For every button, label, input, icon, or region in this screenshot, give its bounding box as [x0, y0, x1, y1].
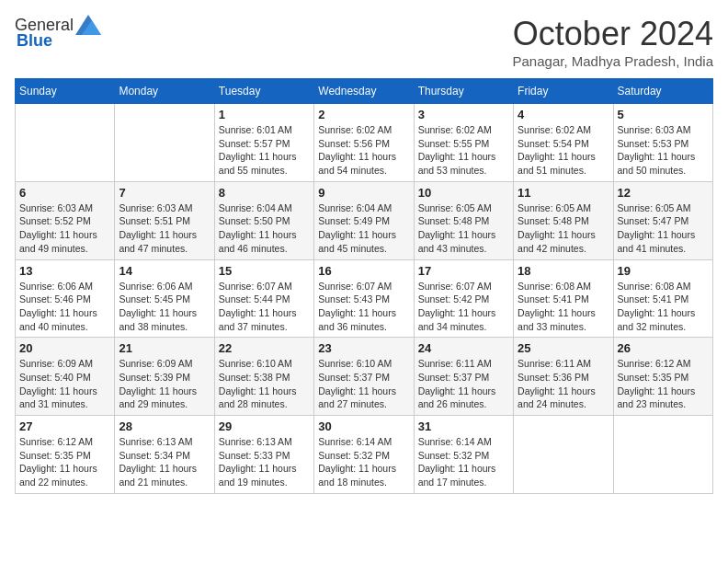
calendar-cell: 23Sunrise: 6:10 AMSunset: 5:37 PMDayligh…: [314, 338, 414, 416]
day-number: 28: [119, 419, 210, 433]
calendar-cell: 29Sunrise: 6:13 AMSunset: 5:33 PMDayligh…: [214, 416, 313, 494]
day-info: Sunrise: 6:12 AMSunset: 5:35 PMDaylight:…: [19, 435, 110, 489]
day-number: 4: [518, 108, 609, 121]
day-number: 6: [19, 186, 110, 200]
calendar-cell: [115, 104, 214, 182]
day-info: Sunrise: 6:03 AMSunset: 5:52 PMDaylight:…: [19, 201, 110, 256]
weekday-header-sunday: Sunday: [16, 79, 115, 104]
calendar-cell: 24Sunrise: 6:11 AMSunset: 5:37 PMDayligh…: [414, 338, 513, 416]
weekday-header-wednesday: Wednesday: [314, 79, 414, 104]
calendar-cell: 5Sunrise: 6:03 AMSunset: 5:53 PMDaylight…: [613, 104, 712, 182]
weekday-header-monday: Monday: [115, 79, 214, 104]
title-block: October 2024 Panagar, Madhya Pradesh, In…: [513, 15, 713, 69]
day-number: 27: [19, 419, 110, 433]
day-info: Sunrise: 6:13 AMSunset: 5:33 PMDaylight:…: [219, 435, 310, 489]
calendar-cell: 26Sunrise: 6:12 AMSunset: 5:35 PMDayligh…: [613, 338, 712, 416]
calendar-cell: 6Sunrise: 6:03 AMSunset: 5:52 PMDaylight…: [16, 181, 115, 259]
weekday-header-saturday: Saturday: [613, 79, 712, 104]
day-number: 17: [418, 264, 509, 278]
day-number: 1: [219, 108, 310, 121]
day-number: 21: [119, 341, 210, 355]
day-info: Sunrise: 6:14 AMSunset: 5:32 PMDaylight:…: [418, 435, 509, 489]
day-info: Sunrise: 6:05 AMSunset: 5:47 PMDaylight:…: [618, 201, 709, 256]
calendar-cell: 12Sunrise: 6:05 AMSunset: 5:47 PMDayligh…: [613, 181, 712, 259]
day-info: Sunrise: 6:13 AMSunset: 5:34 PMDaylight:…: [119, 435, 210, 489]
logo-icon: [75, 15, 101, 35]
calendar-cell: 16Sunrise: 6:07 AMSunset: 5:43 PMDayligh…: [314, 259, 414, 338]
day-info: Sunrise: 6:04 AMSunset: 5:49 PMDaylight:…: [318, 201, 409, 256]
day-number: 31: [418, 419, 509, 433]
day-number: 12: [618, 186, 709, 200]
day-info: Sunrise: 6:07 AMSunset: 5:44 PMDaylight:…: [219, 280, 310, 334]
calendar-cell: 13Sunrise: 6:06 AMSunset: 5:46 PMDayligh…: [16, 259, 115, 338]
calendar-cell: 14Sunrise: 6:06 AMSunset: 5:45 PMDayligh…: [115, 259, 214, 338]
day-number: 19: [618, 264, 709, 278]
calendar-cell: 7Sunrise: 6:03 AMSunset: 5:51 PMDaylight…: [115, 181, 214, 259]
week-row-1: 1Sunrise: 6:01 AMSunset: 5:57 PMDaylight…: [16, 104, 713, 182]
day-number: 13: [19, 264, 110, 278]
day-number: 23: [318, 341, 409, 355]
day-info: Sunrise: 6:11 AMSunset: 5:36 PMDaylight:…: [518, 357, 609, 411]
weekday-header-friday: Friday: [514, 79, 613, 104]
calendar-cell: 10Sunrise: 6:05 AMSunset: 5:48 PMDayligh…: [414, 181, 513, 259]
day-info: Sunrise: 6:03 AMSunset: 5:53 PMDaylight:…: [618, 123, 709, 178]
calendar-cell: 11Sunrise: 6:05 AMSunset: 5:48 PMDayligh…: [514, 181, 613, 259]
week-row-4: 20Sunrise: 6:09 AMSunset: 5:40 PMDayligh…: [16, 338, 713, 416]
calendar-cell: 28Sunrise: 6:13 AMSunset: 5:34 PMDayligh…: [115, 416, 214, 494]
calendar-cell: [613, 416, 712, 494]
calendar-cell: 8Sunrise: 6:04 AMSunset: 5:50 PMDaylight…: [214, 181, 313, 259]
day-number: 30: [318, 419, 409, 433]
day-info: Sunrise: 6:04 AMSunset: 5:50 PMDaylight:…: [219, 201, 310, 256]
day-info: Sunrise: 6:02 AMSunset: 5:54 PMDaylight:…: [518, 123, 609, 178]
calendar-cell: 15Sunrise: 6:07 AMSunset: 5:44 PMDayligh…: [214, 259, 313, 338]
day-info: Sunrise: 6:06 AMSunset: 5:45 PMDaylight:…: [119, 280, 210, 334]
calendar-cell: 18Sunrise: 6:08 AMSunset: 5:41 PMDayligh…: [514, 259, 613, 338]
day-number: 14: [119, 264, 210, 278]
day-info: Sunrise: 6:02 AMSunset: 5:55 PMDaylight:…: [418, 123, 509, 178]
day-number: 11: [518, 186, 609, 200]
calendar-cell: 4Sunrise: 6:02 AMSunset: 5:54 PMDaylight…: [514, 104, 613, 182]
day-number: 16: [318, 264, 409, 278]
day-info: Sunrise: 6:07 AMSunset: 5:43 PMDaylight:…: [318, 280, 409, 334]
day-info: Sunrise: 6:08 AMSunset: 5:41 PMDaylight:…: [618, 280, 709, 334]
day-number: 3: [418, 108, 509, 121]
day-number: 15: [219, 264, 310, 278]
day-info: Sunrise: 6:01 AMSunset: 5:57 PMDaylight:…: [219, 123, 310, 178]
week-row-5: 27Sunrise: 6:12 AMSunset: 5:35 PMDayligh…: [16, 416, 713, 494]
day-info: Sunrise: 6:06 AMSunset: 5:46 PMDaylight:…: [19, 280, 110, 334]
calendar-cell: 3Sunrise: 6:02 AMSunset: 5:55 PMDaylight…: [414, 104, 513, 182]
month-title: October 2024: [513, 15, 713, 53]
calendar-cell: [16, 104, 115, 182]
weekday-header-tuesday: Tuesday: [214, 79, 313, 104]
calendar-cell: 30Sunrise: 6:14 AMSunset: 5:32 PMDayligh…: [314, 416, 414, 494]
logo: General Blue: [15, 15, 101, 51]
day-info: Sunrise: 6:12 AMSunset: 5:35 PMDaylight:…: [618, 357, 709, 411]
day-number: 2: [318, 108, 409, 121]
day-number: 18: [518, 264, 609, 278]
calendar-cell: 20Sunrise: 6:09 AMSunset: 5:40 PMDayligh…: [16, 338, 115, 416]
weekday-header-row: SundayMondayTuesdayWednesdayThursdayFrid…: [16, 79, 713, 104]
calendar-cell: 27Sunrise: 6:12 AMSunset: 5:35 PMDayligh…: [16, 416, 115, 494]
page-header: General Blue October 2024 Panagar, Madhy…: [15, 15, 713, 69]
day-number: 26: [618, 341, 709, 355]
day-info: Sunrise: 6:05 AMSunset: 5:48 PMDaylight:…: [418, 201, 509, 256]
week-row-2: 6Sunrise: 6:03 AMSunset: 5:52 PMDaylight…: [16, 181, 713, 259]
day-number: 9: [318, 186, 409, 200]
calendar-cell: 31Sunrise: 6:14 AMSunset: 5:32 PMDayligh…: [414, 416, 513, 494]
day-number: 5: [618, 108, 709, 121]
day-number: 7: [119, 186, 210, 200]
day-info: Sunrise: 6:14 AMSunset: 5:32 PMDaylight:…: [318, 435, 409, 489]
calendar-cell: 21Sunrise: 6:09 AMSunset: 5:39 PMDayligh…: [115, 338, 214, 416]
day-number: 24: [418, 341, 509, 355]
day-number: 29: [219, 419, 310, 433]
calendar-cell: 2Sunrise: 6:02 AMSunset: 5:56 PMDaylight…: [314, 104, 414, 182]
day-info: Sunrise: 6:09 AMSunset: 5:39 PMDaylight:…: [119, 357, 210, 411]
day-number: 20: [19, 341, 110, 355]
day-info: Sunrise: 6:05 AMSunset: 5:48 PMDaylight:…: [518, 201, 609, 256]
weekday-header-thursday: Thursday: [414, 79, 513, 104]
logo-blue: Blue: [17, 31, 52, 51]
calendar-cell: 25Sunrise: 6:11 AMSunset: 5:36 PMDayligh…: [514, 338, 613, 416]
calendar-cell: 17Sunrise: 6:07 AMSunset: 5:42 PMDayligh…: [414, 259, 513, 338]
location: Panagar, Madhya Pradesh, India: [513, 53, 713, 69]
calendar-cell: 22Sunrise: 6:10 AMSunset: 5:38 PMDayligh…: [214, 338, 313, 416]
